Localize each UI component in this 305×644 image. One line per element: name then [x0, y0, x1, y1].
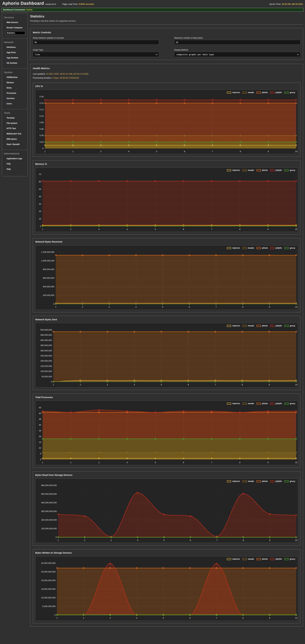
- delay-field-label: Delay between updates in seconds: [33, 37, 159, 39]
- sidebar-item-os-machine[interactable]: OS/Machine: [6, 76, 25, 79]
- svg-text:100,000,000: 100,000,000: [40, 370, 52, 372]
- legend-item-aphorio[interactable]: Aphorio: [227, 325, 240, 327]
- legend-item-aphorio[interactable]: Aphorio: [227, 558, 240, 560]
- legend-item-grocy[interactable]: grocy: [284, 247, 295, 249]
- sidebar-item-interfaces[interactable]: Interfaces: [6, 46, 25, 49]
- max-points-input[interactable]: [174, 40, 300, 45]
- sidebar-item-application-logs[interactable]: Application Logs: [6, 157, 25, 160]
- sidebar-item-faq[interactable]: FAQ: [6, 162, 25, 166]
- chart-canvas[interactable]: Aphoriomealiepiholejellyfingrocy 0.160.1…: [35, 90, 298, 154]
- svg-text:500,000,000,000: 500,000,000,000: [41, 493, 57, 495]
- legend-item-jellyfin[interactable]: jellyfin: [270, 91, 282, 94]
- legend-item-mealie[interactable]: mealie: [242, 91, 254, 94]
- legend-item-pihole[interactable]: pihole: [256, 558, 268, 560]
- svg-text:350,000,000: 350,000,000: [40, 344, 52, 346]
- legend-item-mealie[interactable]: mealie: [242, 169, 254, 171]
- svg-text:30: 30: [39, 203, 41, 205]
- chart-canvas[interactable]: Aphoriomealiepiholejellyfingrocy 500,000…: [35, 323, 298, 387]
- svg-text:5: 5: [155, 228, 156, 230]
- charts-container: CPU % Aphoriomealiepiholejellyfingrocy 0…: [33, 82, 300, 623]
- chart-title: Total Processes: [35, 396, 298, 398]
- chart-canvas[interactable]: Aphoriomealiepiholejellyfingrocy 30,000,…: [35, 556, 298, 621]
- sidebar-item-web-servers[interactable]: Web Servers: [6, 21, 25, 24]
- sidebar-item-http-test[interactable]: HTTP Test: [6, 127, 25, 130]
- legend-item-pihole[interactable]: pihole: [256, 169, 268, 171]
- legend-item-jellyfin[interactable]: jellyfin: [270, 558, 282, 560]
- sidebar-item-processes[interactable]: Processes: [6, 91, 25, 95]
- legend-label: pihole: [262, 169, 268, 171]
- legend-item-mealie[interactable]: mealie: [242, 325, 254, 327]
- chart-panel-network-bytes-sent: Network Bytes Sent Aphoriomealiepiholeje…: [33, 316, 300, 390]
- svg-text:3: 3: [109, 306, 110, 308]
- legend-label: grocy: [290, 325, 295, 327]
- legend-item-aphorio[interactable]: Aphorio: [227, 169, 240, 171]
- legend-item-pihole[interactable]: pihole: [256, 480, 268, 482]
- chart-svg: 600,000,000,000500,000,000,000400,000,00…: [35, 479, 298, 543]
- sidebar-item-devices[interactable]: Devices: [6, 81, 25, 84]
- legend-label: Aphorio: [232, 402, 240, 405]
- legend-item-aphorio[interactable]: Aphorio: [227, 247, 240, 249]
- chart-panel-cpu: CPU % Aphoriomealiepiholejellyfingrocy 0…: [33, 82, 300, 157]
- svg-text:0.10: 0.10: [40, 115, 44, 117]
- svg-text:0: 0: [43, 147, 44, 150]
- legend-item-aphorio[interactable]: Aphorio: [227, 402, 240, 405]
- legend-item-grocy[interactable]: grocy: [284, 558, 295, 560]
- legend-item-aphorio[interactable]: Aphorio: [227, 91, 240, 94]
- legend-item-pihole[interactable]: pihole: [256, 247, 268, 249]
- sidebar-item-statistics[interactable]: Statistics: [6, 31, 25, 35]
- legend-swatch-icon: [256, 325, 261, 327]
- sidebar-item-terminal[interactable]: Terminal: [6, 116, 25, 120]
- processing-duration-value: 0 days, 00:00:00.273004226: [52, 77, 79, 79]
- legend-item-jellyfin[interactable]: jellyfin: [270, 247, 282, 249]
- svg-text:15,000,000,000: 15,000,000,000: [41, 588, 56, 590]
- svg-text:10,000,000,000: 10,000,000,000: [41, 596, 56, 599]
- legend-label: grocy: [290, 480, 295, 482]
- legend-item-grocy[interactable]: grocy: [284, 480, 295, 482]
- chart-canvas[interactable]: Aphoriomealiepiholejellyfingrocy 600,000…: [35, 478, 298, 543]
- chevron-down-icon: [156, 53, 157, 55]
- chart-canvas[interactable]: Aphoriomealiepiholejellyfingrocy 7060504…: [35, 168, 298, 232]
- legend-item-jellyfin[interactable]: jellyfin: [270, 325, 282, 327]
- legend-item-mealie[interactable]: mealie: [242, 480, 254, 482]
- graph-type-select[interactable]: line: [33, 52, 159, 57]
- chart-canvas[interactable]: Aphoriomealiepiholejellyfingrocy 4540353…: [35, 401, 298, 465]
- legend-item-jellyfin[interactable]: jellyfin: [270, 402, 282, 405]
- sidebar-section-services: ServicesWeb ServersDocker ComposeStatist…: [2, 14, 27, 38]
- sidebar-item-websocket-test[interactable]: WebSocket Test: [6, 132, 25, 136]
- sidebar-item-dns-query[interactable]: DNS Query: [6, 137, 25, 141]
- sidebar-item-app-ports[interactable]: App Ports: [6, 51, 25, 54]
- legend-item-grocy[interactable]: grocy: [284, 169, 295, 171]
- sidebar-item-file-system[interactable]: File System: [6, 122, 25, 125]
- sidebar-item-docker-compose[interactable]: Docker Compose: [6, 26, 25, 30]
- legend-item-grocy[interactable]: grocy: [284, 325, 295, 327]
- legend-item-pihole[interactable]: pihole: [256, 325, 268, 327]
- sidebar-section-informational: InformationalApplication LogsFAQHelp: [2, 150, 27, 174]
- legend-item-aphorio[interactable]: Aphorio: [227, 480, 240, 482]
- legend-item-pihole[interactable]: pihole: [256, 91, 268, 94]
- legend-item-mealie[interactable]: mealie: [242, 247, 254, 249]
- sidebar-item-services[interactable]: Services: [6, 97, 25, 100]
- legend-item-mealie[interactable]: mealie: [242, 558, 254, 560]
- connection-status-value: Online: [26, 9, 33, 11]
- display-method-field-label: Display Method: [174, 49, 300, 51]
- chart-canvas[interactable]: Aphoriomealiepiholejellyfingrocy 1,200,0…: [35, 245, 298, 310]
- legend-item-pihole[interactable]: pihole: [256, 402, 268, 405]
- legend-item-jellyfin[interactable]: jellyfin: [270, 480, 282, 482]
- svg-text:9: 9: [267, 461, 268, 464]
- page-load-value: 0.0914 seconds: [79, 3, 94, 5]
- sidebar-item-app-sockets[interactable]: App Sockets: [6, 56, 25, 60]
- delay-input[interactable]: [33, 40, 159, 45]
- sidebar-item-help[interactable]: Help: [6, 167, 25, 171]
- svg-text:800,000,000: 800,000,000: [43, 268, 54, 270]
- legend-item-grocy[interactable]: grocy: [284, 91, 295, 94]
- sidebar-item-users[interactable]: Users: [6, 102, 25, 106]
- display-method-select[interactable]: composite graphs per data type: [174, 52, 300, 57]
- chart-legend: Aphoriomealiepiholejellyfingrocy: [227, 247, 295, 249]
- sidebar-item-hash-base64[interactable]: Hash / Base64: [6, 142, 25, 146]
- legend-swatch-icon: [256, 92, 261, 94]
- legend-item-jellyfin[interactable]: jellyfin: [270, 169, 282, 171]
- sidebar-item-os-sockets[interactable]: OS Sockets: [6, 61, 25, 65]
- legend-item-mealie[interactable]: mealie: [242, 402, 254, 405]
- sidebar-item-disks[interactable]: Disks: [6, 86, 25, 90]
- legend-item-grocy[interactable]: grocy: [284, 402, 295, 405]
